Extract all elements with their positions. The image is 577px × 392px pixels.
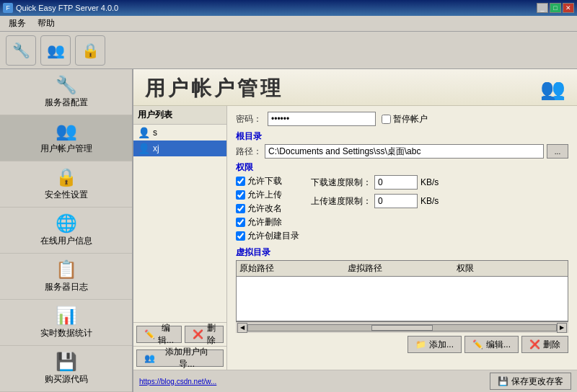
password-label: 密码：	[236, 113, 262, 125]
sidebar-label-online-users: 在线用户信息	[40, 235, 92, 247]
suspend-checkbox-label: 暂停帐户	[382, 113, 428, 125]
vdir-col-src: 原始路径	[239, 262, 348, 275]
user-list: 👤 s 👤 xj	[133, 125, 226, 322]
menu-bar: 服务 帮助	[0, 16, 577, 32]
bottom-status-bar: https://blog.csdn.net/w... 💾 保存更改存客	[133, 370, 577, 392]
sidebar-item-user-mgmt[interactable]: 👥 用户帐户管理	[0, 115, 132, 161]
suspend-checkbox[interactable]	[382, 115, 391, 124]
path-input[interactable]	[265, 144, 544, 159]
perm-download-text: 允许下载	[247, 175, 282, 187]
vdir-edit-button[interactable]: ✏️ 编辑...	[464, 336, 519, 353]
upload-speed-label: 上传速度限制：	[311, 195, 371, 208]
content-header: 用户帐户管理 👥	[133, 69, 577, 106]
add-user-icon: 👥	[144, 353, 155, 363]
menu-service[interactable]: 服务	[3, 16, 32, 31]
edit-icon: ✏️	[144, 329, 155, 339]
toolbar-btn-0[interactable]: 🔧	[6, 35, 36, 66]
root-dir-section-label: 根目录	[236, 130, 568, 143]
perm-download-checkbox[interactable]	[236, 177, 245, 186]
password-input[interactable]	[268, 112, 376, 126]
perm-delete-label: 允许删除	[236, 216, 299, 228]
add-user-label: 添加用户向导...	[158, 346, 216, 370]
vdir-section-label: 虚拟目录	[236, 246, 568, 259]
permissions-section-label: 权限	[236, 161, 568, 174]
delete-label: 删除	[206, 322, 216, 347]
perm-mkdir-text: 允许创建目录	[247, 230, 299, 242]
minimize-button[interactable]: _	[537, 3, 548, 13]
sidebar-label-server-log: 服务器日志	[45, 281, 88, 293]
content-header-icon: 👥	[540, 77, 565, 101]
content-title: 用户帐户管理	[145, 75, 283, 102]
download-speed-row: 下载速度限制： KB/s	[311, 175, 439, 190]
close-button[interactable]: ✕	[563, 3, 574, 13]
perm-upload-checkbox[interactable]	[236, 190, 245, 200]
delete-user-button[interactable]: ❌ 删除	[185, 326, 224, 343]
sidebar-item-buy-source[interactable]: 💾 购买源代码	[0, 346, 132, 392]
vdir-add-label: 添加...	[429, 339, 454, 351]
edit-user-button[interactable]: ✏️ 编辑...	[136, 326, 182, 343]
sidebar-label-realtime-stats: 实时数据统计	[40, 327, 92, 339]
menu-help[interactable]: 帮助	[32, 16, 61, 31]
user-list-panel: 用户列表 👤 s 👤 xj ✏️ 编辑...	[133, 106, 227, 370]
vdir-col-perms: 权限	[457, 262, 565, 275]
path-row: 路径： ...	[236, 144, 568, 159]
sidebar-item-server-log[interactable]: 📋 服务器日志	[0, 254, 132, 300]
buy-source-icon: 💾	[56, 352, 77, 372]
toolbar-btn-1[interactable]: 👥	[40, 35, 71, 66]
maximize-button[interactable]: □	[550, 3, 561, 13]
save-changes-button[interactable]: 💾 保存更改存客	[490, 373, 571, 390]
perm-upload-text: 允许上传	[247, 189, 282, 201]
perm-download-label: 允许下载	[236, 175, 299, 187]
add-user-footer: 👥 添加用户向导...	[133, 346, 226, 370]
toolbar-btn-2[interactable]: 🔒	[75, 35, 105, 66]
title-text: Quick Easy FTP Server 4.0.0	[16, 4, 118, 12]
perm-mkdir-label: 允许创建目录	[236, 230, 299, 242]
vdir-edit-icon: ✏️	[472, 339, 483, 349]
vdir-table: 原始路径 虚拟路径 权限	[236, 260, 568, 321]
title-bar-left: F Quick Easy FTP Server 4.0.0	[3, 3, 118, 13]
edit-label: 编辑...	[158, 322, 174, 347]
realtime-stats-icon: 📊	[56, 306, 77, 326]
user-item-xj[interactable]: 👤 xj	[133, 141, 226, 156]
window-controls[interactable]: _ □ ✕	[537, 3, 574, 13]
sidebar-item-realtime-stats[interactable]: 📊 实时数据统计	[0, 300, 132, 346]
upload-speed-input[interactable]	[374, 194, 418, 208]
perm-rename-checkbox[interactable]	[236, 204, 245, 213]
form-panel: 密码： 暂停帐户 根目录 路径： ... 权限	[227, 106, 577, 370]
app-icon: F	[3, 3, 13, 13]
vdir-add-button[interactable]: 📁 添加...	[408, 336, 462, 353]
browse-button[interactable]: ...	[547, 144, 568, 159]
perm-delete-text: 允许删除	[247, 216, 282, 228]
scroll-right-arrow[interactable]: ▶	[557, 323, 567, 333]
online-users-icon: 🌐	[56, 213, 77, 233]
permissions-area: 允许下载 允许上传 允许改名 允许删除	[236, 175, 568, 242]
vdir-delete-button[interactable]: ❌ 删除	[521, 336, 568, 353]
vdir-table-header: 原始路径 虚拟路径 权限	[237, 261, 568, 277]
toolbar: 🔧 👥 🔒	[0, 32, 577, 69]
sidebar-item-security[interactable]: 🔒 安全性设置	[0, 161, 132, 208]
vdir-scrollbar: ◀ ▶	[236, 321, 568, 333]
upload-speed-row: 上传速度限制： KB/s	[311, 194, 439, 208]
sidebar-item-online-users[interactable]: 🌐 在线用户信息	[0, 208, 132, 254]
sidebar-item-server-config[interactable]: 🔧 服务器配置	[0, 69, 132, 115]
perm-rename-label: 允许改名	[236, 202, 299, 215]
vdir-actions: 📁 添加... ✏️ 编辑... ❌ 删除	[236, 336, 568, 353]
server-config-icon: 🔧	[56, 75, 77, 95]
add-user-wizard-button[interactable]: 👥 添加用户向导...	[136, 349, 224, 367]
download-speed-unit: KB/s	[420, 177, 439, 187]
download-speed-input[interactable]	[374, 175, 418, 190]
sidebar: 🔧 服务器配置 👥 用户帐户管理 🔒 安全性设置 🌐 在线用户信息 📋 服务器日…	[0, 69, 133, 392]
scroll-track[interactable]	[247, 324, 557, 331]
password-row: 密码： 暂停帐户	[236, 112, 568, 126]
sidebar-label-buy-source: 购买源代码	[45, 373, 88, 386]
server-log-icon: 📋	[56, 259, 77, 280]
user-list-header: 用户列表	[133, 106, 226, 125]
perm-delete-checkbox[interactable]	[236, 218, 245, 227]
title-bar: F Quick Easy FTP Server 4.0.0 _ □ ✕	[0, 0, 577, 16]
scroll-left-arrow[interactable]: ◀	[237, 323, 247, 333]
bottom-url[interactable]: https://blog.csdn.net/w...	[139, 378, 216, 386]
scroll-thumb[interactable]	[371, 325, 433, 331]
user-item-s[interactable]: 👤 s	[133, 125, 226, 141]
perm-mkdir-checkbox[interactable]	[236, 231, 245, 241]
content-body: 用户列表 👤 s 👤 xj ✏️ 编辑...	[133, 106, 577, 370]
